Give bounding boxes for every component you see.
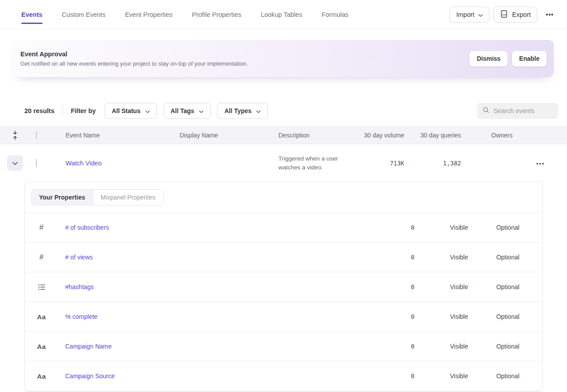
- property-row: # # of views 0 Visible Optional: [25, 243, 542, 272]
- property-visibility: Visible: [414, 254, 473, 261]
- search-icon: [482, 106, 489, 115]
- properties-tab-bar: Your Properties Mixpanel Properties: [25, 182, 542, 213]
- more-icon: •••: [546, 11, 554, 18]
- list-type-icon: [25, 284, 58, 290]
- property-count: 0: [375, 254, 414, 261]
- more-options-button[interactable]: •••: [541, 7, 558, 23]
- csv-file-icon: csv: [500, 10, 508, 20]
- all-status-label: All Status: [112, 107, 141, 114]
- tab-events[interactable]: Events: [21, 11, 43, 18]
- description-cell: Triggered when a user watches a video.: [274, 154, 359, 172]
- column-30-day-volume: 30 day volume: [359, 132, 408, 139]
- property-count: 0: [375, 313, 414, 320]
- property-requirement: Optional: [473, 372, 542, 380]
- property-visibility: Visible: [414, 343, 473, 350]
- events-table-header: Event Name Display Name Description 30 d…: [0, 126, 567, 144]
- chevron-down-icon: [478, 11, 483, 18]
- all-types-dropdown[interactable]: All Types: [217, 103, 268, 119]
- property-visibility: Visible: [414, 313, 473, 320]
- event-name-link[interactable]: Watch Video: [66, 160, 102, 167]
- column-event-name: Event Name: [58, 132, 175, 139]
- event-approval-banner: Event Approval Get notified on all new e…: [13, 40, 554, 77]
- property-requirement: Optional: [473, 224, 542, 231]
- property-visibility: Visible: [414, 224, 473, 231]
- tab-lookup-tables[interactable]: Lookup Tables: [261, 11, 302, 18]
- text-type-icon: Aa: [25, 372, 58, 380]
- banner-title: Event Approval: [20, 51, 248, 58]
- property-count: 0: [375, 283, 414, 290]
- tab-event-properties[interactable]: Event Properties: [125, 11, 172, 18]
- all-tags-label: All Tags: [171, 107, 194, 114]
- property-row: # # of subscribers 0 Visible Optional: [25, 213, 542, 243]
- svg-text:csv: csv: [502, 13, 507, 16]
- lexicon-tabs: Events Custom Events Event Properties Pr…: [21, 11, 348, 18]
- banner-text: Event Approval Get notified on all new e…: [20, 51, 248, 67]
- top-nav: Events Custom Events Event Properties Pr…: [0, 0, 567, 29]
- property-requirement: Optional: [473, 343, 542, 350]
- table-row-watch-video: Watch Video Triggered when a user watche…: [0, 144, 567, 182]
- tab-formulas[interactable]: Formulas: [322, 11, 348, 18]
- search-events-box: [477, 103, 558, 119]
- number-type-icon: #: [25, 253, 58, 262]
- property-name-link[interactable]: # of views: [58, 254, 375, 261]
- all-types-label: All Types: [224, 107, 251, 114]
- property-row: Aa Campaign Name 0 Visible Optional: [25, 332, 542, 361]
- banner-description: Get notified on all new events entering …: [20, 60, 248, 67]
- dismiss-button[interactable]: Dismiss: [469, 51, 508, 67]
- import-button[interactable]: Import: [450, 7, 489, 23]
- property-count: 0: [375, 372, 414, 380]
- property-row: Aa Campaign Source 0 Visible Optional: [25, 361, 542, 391]
- chevron-down-icon: [12, 160, 18, 166]
- property-count: 0: [375, 343, 414, 350]
- volume-cell: 713K: [359, 160, 408, 167]
- divider: [63, 106, 63, 116]
- collapse-row-button[interactable]: [7, 155, 23, 171]
- row-more-icon[interactable]: •••: [536, 160, 545, 167]
- results-count: 20 results: [24, 107, 55, 114]
- chevron-down-icon: [199, 107, 203, 114]
- column-display-name: Display Name: [175, 132, 274, 139]
- row-checkbox[interactable]: [36, 159, 37, 167]
- export-button[interactable]: csv Export: [493, 7, 537, 23]
- tab-mixpanel-properties[interactable]: Mixpanel Properties: [93, 190, 163, 205]
- property-requirement: Optional: [473, 283, 542, 290]
- property-row: Aa % complete 0 Visible Optional: [25, 302, 542, 332]
- property-name-link[interactable]: Campaign Source: [58, 372, 375, 380]
- property-name-link[interactable]: # of subscribers: [58, 224, 375, 231]
- property-requirement: Optional: [473, 313, 542, 320]
- property-count: 0: [375, 224, 414, 231]
- all-tags-dropdown[interactable]: All Tags: [164, 103, 211, 119]
- chevron-down-icon: [256, 107, 261, 114]
- import-label: Import: [456, 11, 474, 18]
- property-name-link[interactable]: Campaign Name: [58, 343, 375, 350]
- properties-segmented-control: Your Properties Mixpanel Properties: [31, 189, 164, 205]
- property-requirement: Optional: [473, 254, 542, 261]
- queries-cell: 1,382: [408, 160, 465, 167]
- banner-actions: Dismiss Enable: [469, 51, 547, 67]
- text-type-icon: Aa: [25, 313, 58, 321]
- number-type-icon: #: [25, 223, 58, 232]
- filter-by-label: Filter by: [71, 107, 96, 114]
- property-row: #hashtags 0 Visible Optional: [25, 272, 542, 302]
- column-description: Description: [274, 132, 359, 139]
- enable-button[interactable]: Enable: [512, 51, 547, 67]
- export-label: Export: [512, 11, 531, 18]
- filter-toolbar: 20 results Filter by All Status All Tags…: [24, 103, 558, 119]
- property-name-link[interactable]: #hashtags: [58, 283, 375, 290]
- property-visibility: Visible: [414, 283, 473, 290]
- text-type-icon: Aa: [25, 343, 58, 350]
- tab-profile-properties[interactable]: Profile Properties: [192, 11, 241, 18]
- property-name-link[interactable]: % complete: [58, 313, 375, 320]
- tab-your-properties[interactable]: Your Properties: [31, 190, 93, 205]
- collapse-all-icon[interactable]: [0, 130, 30, 141]
- tab-custom-events[interactable]: Custom Events: [62, 11, 106, 18]
- chevron-down-icon: [145, 107, 150, 114]
- nav-actions: Import csv Export •••: [450, 7, 558, 23]
- select-all-checkbox[interactable]: [36, 131, 37, 139]
- column-owners: Owners: [465, 132, 514, 139]
- search-input[interactable]: [493, 107, 553, 114]
- properties-panel: Your Properties Mixpanel Properties # # …: [24, 182, 543, 392]
- column-30-day-queries: 30 day queries: [408, 132, 465, 139]
- property-visibility: Visible: [414, 372, 473, 380]
- all-status-dropdown[interactable]: All Status: [105, 103, 157, 119]
